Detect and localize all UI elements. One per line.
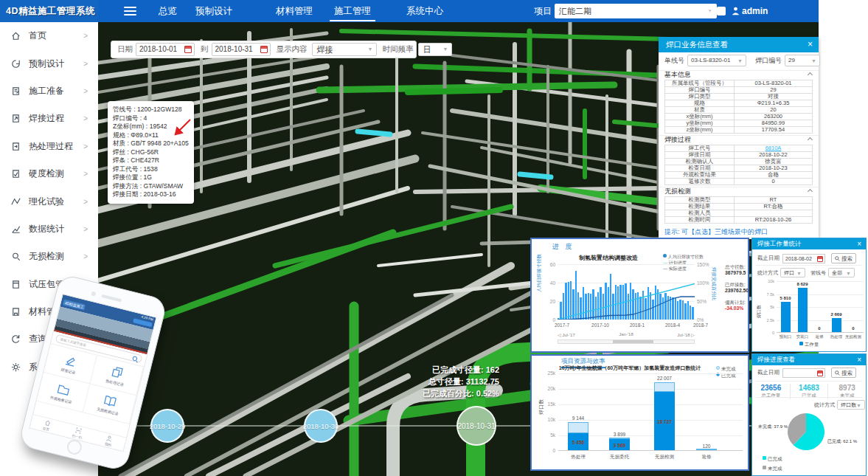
progress-date-row: 截止日期 搜索: [757, 368, 856, 378]
top-header-bar: 4D精益施工管理系统 总览预制设计材料管理施工管理系统中心 项目 汇能二期▼ 三…: [0, 0, 819, 22]
weldcount-chart-plot: 9 1445 4563 8993 56922 00718 727120: [558, 373, 743, 451]
calendar-icon[interactable]: [817, 370, 823, 376]
user-icon: [731, 6, 740, 15]
calendar-icon[interactable]: [817, 256, 823, 262]
chevron-down-icon: ▼: [846, 269, 851, 278]
prepare-icon: [10, 86, 21, 97]
phone-camera: [91, 291, 96, 296]
material-icon: [10, 306, 21, 317]
timeline-date-1[interactable]: 2018-10-29: [150, 409, 184, 443]
chart-scrollbar[interactable]: [558, 339, 695, 344]
search-icon: [131, 355, 139, 363]
search-button[interactable]: 搜索: [831, 253, 856, 263]
chevron-down-icon: ▼: [811, 55, 816, 67]
weld-info-sections: 基本信息所属单线号（管段号）03-LS-8320-01焊口编号29焊口类型对接规…: [659, 70, 819, 224]
date-from-input[interactable]: 2018-10-01: [136, 43, 195, 56]
user-name[interactable]: admin: [742, 0, 768, 22]
deadline-input[interactable]: [782, 368, 825, 378]
table-row: 焊工代号6810A: [665, 145, 813, 152]
tab-progress[interactable]: 进 度: [552, 242, 574, 252]
sidebar-item-label: 数据统计: [29, 223, 64, 235]
tooltip-line: 焊接日期 : 2018-03-16: [113, 190, 189, 199]
nav-item-3[interactable]: 材料管理: [276, 0, 313, 22]
timeline-date-2[interactable]: 2018-10-30: [304, 409, 338, 443]
chart-range-slider[interactable]: ◁ Jul-'17Jan-'18Jul-'18 ▷: [558, 332, 695, 337]
table-row: 检测确认人徐贡富: [665, 159, 813, 165]
chevron-down-icon: ▼: [796, 269, 802, 278]
weld-icon: [10, 113, 21, 124]
phone-speaker: [101, 294, 122, 303]
welder-code-link[interactable]: 6810A: [765, 145, 782, 151]
side-stat: 总寸径数:367979.5: [725, 264, 750, 276]
section-header-1[interactable]: 基本信息: [659, 70, 819, 78]
view3d-toggle[interactable]: [717, 7, 726, 15]
sidebar-item-1[interactable]: 首页>: [0, 22, 98, 49]
pressure-icon: [10, 279, 21, 290]
sidebar-item-5[interactable]: 热处理过程>: [0, 133, 98, 160]
calendar-icon[interactable]: [184, 46, 192, 53]
hamburger-menu-icon[interactable]: [124, 7, 136, 15]
chevron-right-icon: >: [83, 60, 88, 68]
query-icon: [10, 334, 21, 345]
ndt-icon: [10, 251, 21, 262]
weld-no-select[interactable]: 29▼: [785, 55, 820, 66]
chevron-right-icon: >: [83, 198, 88, 206]
calendar-icon[interactable]: [260, 46, 268, 53]
workload-panel-title: 焊接工作量统计×: [752, 238, 866, 249]
weldcount-chart-panel: 项目资源与效率 10万吨/年生物航煤（60万吨年军燃）加氢装置改造焊口数统计 未…: [530, 354, 749, 471]
sidebar-item-7[interactable]: 理化试验>: [0, 187, 98, 215]
line-no-select[interactable]: 03-LS-8320-01▼: [687, 55, 746, 66]
content-select[interactable]: 焊接▼: [312, 43, 377, 56]
timeline-date-3[interactable]: 2018-10-31: [456, 406, 496, 446]
line-filter-label: 管线号: [810, 269, 826, 277]
chevron-right-icon: >: [83, 225, 88, 233]
nav-item-1[interactable]: 总览: [159, 0, 177, 22]
date-to-input[interactable]: 2018-10-31: [212, 43, 271, 56]
y-axis-label: 焊口数: [756, 305, 763, 318]
sidebar-item-4[interactable]: 焊接过程>: [0, 105, 98, 132]
sidebar-item-3[interactable]: 施工准备>: [0, 77, 98, 105]
table-row: 检测时间RT:2018-10-26: [665, 217, 813, 224]
table-row: 外观检查结果合格: [665, 172, 813, 179]
chevron-right-icon: >: [83, 87, 88, 95]
search-button[interactable]: 搜索: [831, 368, 856, 378]
stat-mode-select[interactable]: 焊口▼: [780, 268, 805, 277]
close-icon[interactable]: ×: [857, 354, 861, 365]
chevron-right-icon: >: [83, 142, 88, 151]
stat-mode-select[interactable]: 焊口数▼: [837, 400, 865, 410]
sidebar-item-label: 施工准备: [29, 85, 64, 97]
folder-icon: [55, 382, 72, 398]
red-arrow-icon: [170, 117, 193, 140]
line-filter-select[interactable]: 全部▼: [828, 268, 855, 277]
sidebar-item-label: 焊接过程: [29, 112, 64, 125]
home-icon: [10, 30, 21, 41]
chevron-down-icon: ▼: [368, 44, 373, 55]
nav-item-5[interactable]: 系统中心: [406, 0, 443, 22]
nav-item-4[interactable]: 施工管理: [334, 0, 371, 22]
design-icon: [10, 58, 21, 69]
weld-no-label: 焊口编号: [755, 56, 782, 66]
tooltip-line: 焊丝 : CHG-56R: [113, 148, 189, 157]
sidebar-item-2[interactable]: 预制设计>: [0, 49, 98, 77]
deadline-input[interactable]: 2018-08-02: [782, 254, 825, 263]
phone-nav-item: 我的: [92, 430, 126, 451]
sidebar-item-label: 热处理过程: [29, 140, 73, 153]
phone-nav-item: 首页: [29, 415, 63, 435]
weld-info-hint: 提示: 可【点选】三维场景中的焊口: [664, 227, 813, 237]
hardness-icon: [10, 168, 21, 179]
section-header-3[interactable]: 无损检测: [659, 187, 819, 195]
close-icon[interactable]: ×: [808, 37, 813, 52]
close-icon[interactable]: ×: [857, 238, 861, 249]
scene-stats: 已完成寸径量: 162总寸径量: 31132.75已完成百分比: 0.52%: [387, 364, 499, 399]
sidebar-item-9[interactable]: 无损检测>: [0, 243, 98, 270]
sidebar-item-8[interactable]: 数据统计>: [0, 215, 98, 243]
workload-date-row: 截止日期 2018-08-02 搜索: [757, 253, 856, 263]
section-table-3: 检测类型RT检测结果RT:合格检测人员检测时间RT:2018-10-26: [664, 196, 813, 224]
copy-icon: [109, 365, 125, 381]
section-header-2[interactable]: 焊接过程: [659, 135, 819, 143]
nav-item-2[interactable]: 预制设计: [195, 0, 232, 22]
search-icon: [835, 370, 840, 376]
freq-select[interactable]: 日▼: [418, 43, 452, 56]
content-label: 显示内容: [277, 44, 308, 55]
sidebar-item-6[interactable]: 硬度检测>: [0, 160, 98, 187]
